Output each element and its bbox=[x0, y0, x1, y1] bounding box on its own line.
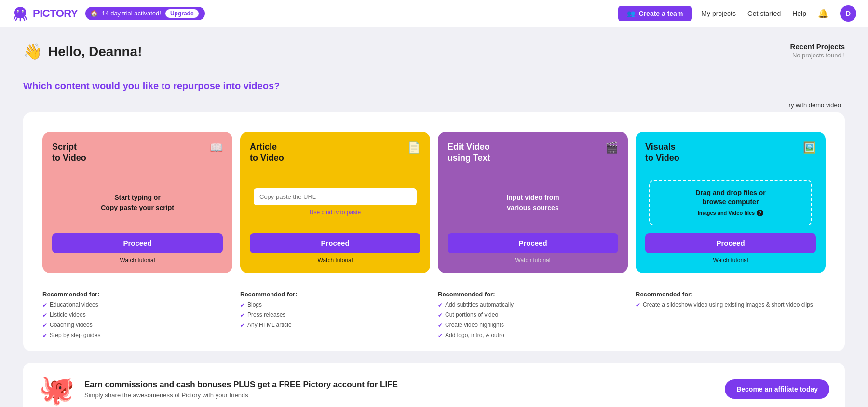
main-content: 👋 Hello, Deanna! Recent Projects No proj… bbox=[0, 27, 868, 407]
affiliate-button[interactable]: Become an affiliate today bbox=[725, 379, 829, 399]
rec-title-3: Recommended for: bbox=[636, 291, 826, 298]
article-watch-link[interactable]: Watch tutorial bbox=[250, 257, 420, 264]
card-visuals-to-video: Visuals to Video 🖼️ Drag and drop files … bbox=[636, 132, 826, 273]
card-title-line1: Article bbox=[250, 142, 277, 152]
visuals-watch-link[interactable]: Watch tutorial bbox=[645, 257, 816, 264]
header: PICTORY 🏠 14 day trial activated! Upgrad… bbox=[0, 0, 868, 27]
paste-hint: Use cmd+v to paste bbox=[254, 208, 417, 217]
card-body-text: Input video fromvarious sources bbox=[506, 193, 559, 213]
check-icon: ✔ bbox=[240, 301, 245, 309]
nav-get-started[interactable]: Get started bbox=[747, 10, 781, 17]
affiliate-sub-text: Simply share the awesomeness of Pictory … bbox=[84, 392, 715, 399]
script-watch-link[interactable]: Watch tutorial bbox=[52, 257, 223, 264]
rec-item: ✔Blogs bbox=[240, 301, 430, 309]
nav-my-projects[interactable]: My projects bbox=[701, 10, 736, 17]
card-title: Article to Video bbox=[250, 141, 284, 164]
card-article-to-video: Article to Video 📄 Use cmd+v to paste Pr… bbox=[240, 132, 430, 273]
card-header: Visuals to Video 🖼️ bbox=[645, 141, 816, 164]
rec-item: ✔Press releases bbox=[240, 311, 430, 320]
visuals-proceed-button[interactable]: Proceed bbox=[645, 233, 816, 253]
demo-row: Try with demo video bbox=[23, 101, 845, 109]
rec-item: ✔Cut portions of video bbox=[438, 311, 628, 320]
svg-point-4 bbox=[23, 10, 24, 11]
card-header: Article to Video 📄 bbox=[250, 141, 420, 164]
trial-badge: 🏠 14 day trial activated! Upgrade bbox=[85, 7, 205, 20]
card-title-line2: using Text bbox=[448, 153, 490, 163]
card-title-line1: Edit Video bbox=[448, 142, 490, 152]
check-icon: ✔ bbox=[438, 322, 443, 330]
edit-video-watch-link[interactable]: Watch tutorial bbox=[448, 257, 618, 264]
header-nav: My projects Get started Help 🔔 D bbox=[701, 5, 856, 22]
create-team-label: Create a team bbox=[639, 10, 683, 17]
help-icon[interactable]: ? bbox=[757, 210, 763, 216]
greeting: 👋 Hello, Deanna! bbox=[23, 42, 142, 61]
affiliate-text: Earn commissions and cash bonuses PLUS g… bbox=[84, 380, 715, 399]
card-body: Drag and drop files orbrowse computer Im… bbox=[645, 172, 816, 234]
cards-container: Script to Video 📖 Start typing orCopy pa… bbox=[33, 122, 835, 283]
affiliate-octopus-icon: 🐙 bbox=[39, 372, 75, 407]
rec-title-0: Recommended for: bbox=[42, 291, 232, 298]
logo-text: PICTORY bbox=[33, 7, 78, 20]
rec-col-2: Recommended for: ✔Add subtitles automati… bbox=[438, 291, 628, 341]
drop-sub-text: Images and Video files ? bbox=[656, 209, 805, 217]
card-title: Visuals to Video bbox=[645, 141, 679, 164]
check-icon: ✔ bbox=[636, 301, 640, 309]
check-icon: ✔ bbox=[438, 311, 443, 320]
recommended-row: Recommended for: ✔Educational videos ✔Li… bbox=[33, 283, 835, 341]
card-title-line2: to Video bbox=[250, 153, 284, 163]
recent-title: Recent Projects bbox=[790, 42, 845, 51]
card-body: Start typing orCopy paste your script bbox=[52, 172, 223, 234]
article-icon: 📄 bbox=[407, 141, 420, 154]
upgrade-button[interactable]: Upgrade bbox=[165, 9, 199, 18]
url-input-wrapper: Use cmd+v to paste bbox=[254, 188, 417, 217]
card-body: Input video fromvarious sources bbox=[448, 172, 618, 234]
recent-projects: Recent Projects No projects found ! bbox=[790, 42, 845, 59]
rec-item: ✔Add logo, intro, & outro bbox=[438, 331, 628, 340]
wave-emoji: 👋 bbox=[23, 42, 42, 61]
rec-item: ✔Educational videos bbox=[42, 301, 232, 309]
notification-icon[interactable]: 🔔 bbox=[818, 8, 828, 19]
recent-empty: No projects found ! bbox=[790, 52, 845, 59]
rec-col-0: Recommended for: ✔Educational videos ✔Li… bbox=[42, 291, 232, 341]
rec-col-3: Recommended for: ✔Create a slideshow vid… bbox=[636, 291, 826, 341]
check-icon: ✔ bbox=[42, 311, 47, 320]
edit-video-proceed-button[interactable]: Proceed bbox=[448, 233, 618, 253]
section-title: Which content would you like to repurpos… bbox=[23, 81, 845, 92]
nav-help[interactable]: Help bbox=[792, 10, 806, 17]
logo-icon bbox=[12, 5, 29, 22]
svg-point-0 bbox=[14, 7, 26, 18]
greeting-row: 👋 Hello, Deanna! Recent Projects No proj… bbox=[23, 42, 845, 61]
check-icon: ✔ bbox=[240, 322, 245, 330]
card-body: Use cmd+v to paste bbox=[250, 172, 420, 234]
create-team-button[interactable]: 👥 Create a team bbox=[618, 6, 692, 21]
rec-item: ✔Add subtitles automatically bbox=[438, 301, 628, 309]
check-icon: ✔ bbox=[438, 301, 443, 309]
affiliate-banner: 🐙 Earn commissions and cash bonuses PLUS… bbox=[23, 363, 845, 407]
demo-link[interactable]: Try with demo video bbox=[785, 101, 841, 109]
script-proceed-button[interactable]: Proceed bbox=[52, 233, 223, 253]
drop-zone[interactable]: Drag and drop files orbrowse computer Im… bbox=[649, 180, 812, 226]
card-script-to-video: Script to Video 📖 Start typing orCopy pa… bbox=[42, 132, 232, 273]
check-icon: ✔ bbox=[42, 301, 47, 309]
avatar[interactable]: D bbox=[840, 5, 856, 22]
rec-item: ✔Coaching videos bbox=[42, 321, 232, 330]
rec-title-2: Recommended for: bbox=[438, 291, 628, 298]
card-body-text: Start typing orCopy paste your script bbox=[101, 193, 174, 213]
card-title-line2: to Video bbox=[52, 153, 86, 163]
divider bbox=[23, 69, 845, 69]
rec-item: ✔Any HTML article bbox=[240, 321, 430, 330]
drop-main-text: Drag and drop files orbrowse computer bbox=[656, 188, 805, 207]
card-title: Script to Video bbox=[52, 141, 86, 164]
rec-item: ✔Create video highlights bbox=[438, 321, 628, 330]
card-header: Script to Video 📖 bbox=[52, 141, 223, 164]
rec-title-1: Recommended for: bbox=[240, 291, 430, 298]
affiliate-main-text: Earn commissions and cash bonuses PLUS g… bbox=[84, 380, 715, 390]
cards-section: Script to Video 📖 Start typing orCopy pa… bbox=[23, 112, 845, 351]
article-proceed-button[interactable]: Proceed bbox=[250, 233, 420, 253]
check-icon: ✔ bbox=[42, 322, 47, 330]
script-icon: 📖 bbox=[210, 141, 223, 154]
url-input[interactable] bbox=[254, 188, 417, 205]
visuals-icon: 🖼️ bbox=[803, 141, 816, 154]
check-icon: ✔ bbox=[240, 311, 245, 320]
card-title-line2: to Video bbox=[645, 153, 679, 163]
